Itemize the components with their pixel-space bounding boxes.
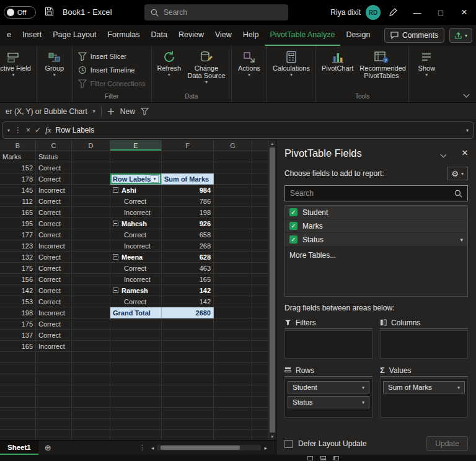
page-break-view-icon[interactable]	[333, 456, 339, 460]
refresh-button[interactable]: Refresh ▾	[155, 48, 184, 79]
tab-data[interactable]: Data	[146, 25, 173, 46]
cell[interactable]	[72, 263, 110, 274]
tab-design[interactable]: Design	[340, 25, 376, 46]
collapse-icon[interactable]	[113, 187, 118, 193]
cell[interactable]: 156	[0, 274, 36, 285]
cell[interactable]	[214, 173, 252, 185]
autosave-toggle[interactable]: Off	[4, 6, 36, 19]
scroll-right-icon[interactable]: ▸	[264, 445, 267, 451]
cell[interactable]	[214, 252, 252, 263]
vertical-scrollbar[interactable]: ▴ ▾	[268, 140, 276, 440]
tab-formulas[interactable]: Formulas	[102, 25, 145, 46]
cell[interactable]	[252, 363, 268, 374]
tab-view[interactable]: View	[209, 25, 237, 46]
cell[interactable]: Row Labels▾	[110, 173, 162, 185]
cell[interactable]	[252, 196, 268, 207]
cell[interactable]: Marks	[0, 151, 36, 162]
cell[interactable]: Correct	[36, 218, 72, 229]
cell[interactable]	[110, 430, 162, 440]
cell[interactable]: Grand Total	[110, 307, 162, 318]
cell[interactable]: 137	[0, 330, 36, 341]
cell[interactable]: Correct	[36, 330, 72, 341]
column-header-c[interactable]: C	[36, 140, 72, 151]
search-input[interactable]	[164, 8, 282, 17]
cell[interactable]	[214, 430, 252, 440]
horizontal-scroll-thumb[interactable]	[161, 446, 240, 450]
expand-formula-bar-chevron-icon[interactable]: ▾	[466, 128, 469, 133]
cell[interactable]	[0, 430, 36, 440]
cell[interactable]: Correct	[36, 285, 72, 296]
avatar[interactable]: RD	[366, 5, 381, 20]
cell[interactable]	[0, 397, 36, 408]
cell[interactable]: 165	[162, 274, 214, 285]
cell[interactable]: Correct	[36, 296, 72, 307]
cell[interactable]	[162, 162, 214, 173]
cell[interactable]	[72, 240, 110, 252]
calculations-button[interactable]: Calculations ▾	[270, 48, 312, 79]
cell[interactable]	[214, 352, 252, 363]
cell[interactable]	[162, 374, 214, 385]
cell[interactable]: Correct	[36, 173, 72, 185]
fields-options-button[interactable]: ⚙▾	[447, 167, 468, 180]
cell[interactable]	[214, 408, 252, 419]
cell[interactable]	[162, 330, 214, 341]
change-data-source-button[interactable]: Change Data Source ▾	[185, 48, 228, 86]
cell[interactable]: Correct	[36, 207, 72, 218]
user-name[interactable]: Riya dixit	[330, 8, 361, 17]
columns-dropzone[interactable]	[380, 330, 468, 359]
cell[interactable]: Incorrect	[110, 240, 162, 252]
cell[interactable]	[36, 352, 72, 363]
area-field-status[interactable]: Status▾	[288, 396, 369, 408]
pivotchart-button[interactable]: PivotChart	[319, 48, 356, 73]
cell[interactable]	[110, 162, 162, 173]
cell[interactable]	[72, 229, 110, 240]
cell[interactable]	[252, 296, 268, 307]
cell[interactable]	[252, 330, 268, 341]
cell[interactable]	[0, 352, 36, 363]
cell[interactable]	[72, 218, 110, 229]
titlebar-search[interactable]	[144, 4, 288, 20]
cell[interactable]	[72, 352, 110, 363]
cell[interactable]	[252, 408, 268, 419]
cell[interactable]	[0, 374, 36, 385]
cell[interactable]	[162, 363, 214, 374]
cell[interactable]	[110, 363, 162, 374]
collapse-icon[interactable]	[113, 221, 118, 226]
cell[interactable]: 268	[162, 240, 214, 252]
values-dropzone[interactable]: Sum of Marks▾	[380, 378, 468, 418]
cell[interactable]	[110, 397, 162, 408]
cell[interactable]: Incorrect	[110, 207, 162, 218]
cell[interactable]	[162, 352, 214, 363]
cell[interactable]	[72, 341, 110, 352]
cell[interactable]	[36, 430, 72, 440]
sheet-scroll-handle-icon[interactable]: ⋮	[139, 444, 146, 452]
horizontal-scrollbar[interactable]	[157, 445, 261, 450]
cell[interactable]	[72, 285, 110, 296]
cell[interactable]	[252, 397, 268, 408]
maximize-button[interactable]: □	[429, 0, 452, 25]
cell[interactable]	[72, 318, 110, 330]
column-header-f[interactable]: F	[162, 140, 214, 151]
vertical-scroll-thumb[interactable]	[270, 147, 275, 432]
checkbox-checked-icon[interactable]: ✓	[289, 222, 298, 230]
cell[interactable]	[162, 318, 214, 330]
cell[interactable]	[252, 252, 268, 263]
cell[interactable]: Correct	[36, 318, 72, 330]
cell[interactable]	[214, 263, 252, 274]
filter-icon[interactable]	[141, 108, 149, 115]
tab-page-layout[interactable]: Page Layout	[47, 25, 102, 46]
cancel-icon[interactable]: ×	[26, 126, 30, 134]
cell[interactable]	[72, 252, 110, 263]
cell[interactable]: Incorrect	[36, 341, 72, 352]
cell[interactable]	[0, 385, 36, 397]
actions-button[interactable]: Actions ▾	[235, 48, 263, 79]
area-field-sum-of-marks[interactable]: Sum of Marks▾	[383, 381, 465, 393]
cell[interactable]	[214, 151, 252, 162]
filters-dropzone[interactable]	[284, 330, 372, 359]
cell[interactable]	[252, 430, 268, 440]
cell[interactable]	[72, 173, 110, 185]
cell[interactable]: 178	[0, 173, 36, 185]
cell[interactable]	[214, 363, 252, 374]
cell[interactable]	[110, 385, 162, 397]
cell[interactable]: Correct	[36, 274, 72, 285]
